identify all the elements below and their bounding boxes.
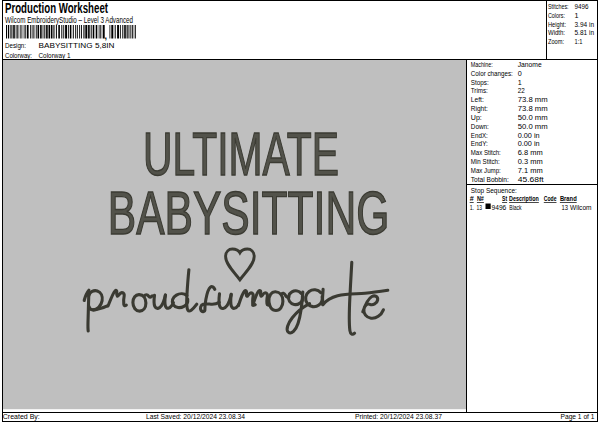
svg-text:73.8 mm: 73.8 mm xyxy=(518,104,548,113)
svg-text:22: 22 xyxy=(518,86,525,95)
svg-text:Trims:: Trims: xyxy=(471,86,488,95)
svg-text:73.8 mm: 73.8 mm xyxy=(518,95,548,104)
svg-text:Wilcom EmbroideryStudio – Leve: Wilcom EmbroideryStudio – Level 3 Advanc… xyxy=(5,15,133,25)
svg-text:9496: 9496 xyxy=(575,2,589,11)
svg-text:Colorway:: Colorway: xyxy=(5,51,32,60)
svg-text:0: 0 xyxy=(518,69,522,78)
svg-text:9496: 9496 xyxy=(492,203,507,212)
svg-text:BABYSITTING 5,8IN: BABYSITTING 5,8IN xyxy=(39,41,115,50)
svg-text:1:1: 1:1 xyxy=(575,37,583,46)
svg-text:3.94 in: 3.94 in xyxy=(575,20,595,29)
svg-text:0.00 in: 0.00 in xyxy=(518,139,540,148)
svg-text:50.0 mm: 50.0 mm xyxy=(518,113,548,122)
svg-text:6.8 mm: 6.8 mm xyxy=(518,148,543,157)
svg-text:Right:: Right: xyxy=(471,104,488,113)
svg-text:Wilcom: Wilcom xyxy=(570,203,592,212)
svg-text:13: 13 xyxy=(562,203,569,212)
svg-text:13: 13 xyxy=(477,203,483,212)
svg-text:Up:: Up: xyxy=(471,113,482,122)
svg-text:Machine:: Machine: xyxy=(471,60,493,69)
svg-text:Colorway 1: Colorway 1 xyxy=(39,51,71,60)
svg-text:Stops:: Stops: xyxy=(471,78,489,87)
svg-text:Last Saved: 20/12/2024 23.08.3: Last Saved: 20/12/2024 23.08.34 xyxy=(146,412,245,421)
svg-text:Page 1 of 1: Page 1 of 1 xyxy=(561,412,595,421)
svg-text:Min Stitch:: Min Stitch: xyxy=(471,157,500,166)
svg-text:5.81 in: 5.81 in xyxy=(575,28,595,37)
svg-text:Created By:: Created By: xyxy=(3,412,40,421)
svg-text:BABYSITTING: BABYSITTING xyxy=(108,178,390,247)
svg-text:45.68ft: 45.68ft xyxy=(518,175,544,184)
svg-text:Stitches:: Stitches: xyxy=(548,2,569,11)
svg-text:Height:: Height: xyxy=(548,20,566,29)
svg-text:Printed: 20/12/2024 23.08.37: Printed: 20/12/2024 23.08.37 xyxy=(355,412,442,421)
svg-text:Code: Code xyxy=(544,194,557,203)
svg-text:Width:: Width: xyxy=(548,28,565,37)
svg-text:Left:: Left: xyxy=(471,95,484,104)
svg-text:Zoom:: Zoom: xyxy=(548,37,564,46)
svg-text:1: 1 xyxy=(575,11,579,20)
svg-text:Max Stitch:: Max Stitch: xyxy=(471,148,501,157)
svg-text:EndX:: EndX: xyxy=(471,131,488,140)
svg-text:Colors:: Colors: xyxy=(548,11,565,20)
svg-text:50.0 mm: 50.0 mm xyxy=(518,122,548,131)
svg-text:0.00 in: 0.00 in xyxy=(518,131,540,140)
svg-text:EndY:: EndY: xyxy=(471,139,488,148)
svg-text:1.: 1. xyxy=(470,203,474,212)
svg-text:Color changes:: Color changes: xyxy=(471,69,513,78)
svg-text:,: , xyxy=(105,31,108,41)
svg-text:Total Bobbin:: Total Bobbin: xyxy=(471,175,509,184)
svg-text:Janome: Janome xyxy=(518,60,542,69)
svg-text:Black: Black xyxy=(509,203,522,212)
svg-text:1: 1 xyxy=(518,78,522,87)
svg-text:Down:: Down: xyxy=(471,122,489,131)
svg-text:7.1 mm: 7.1 mm xyxy=(518,166,543,175)
svg-text:Design:: Design: xyxy=(5,41,26,50)
svg-text:Max Jump:: Max Jump: xyxy=(471,166,501,175)
svg-text:0.3 mm: 0.3 mm xyxy=(518,157,543,166)
